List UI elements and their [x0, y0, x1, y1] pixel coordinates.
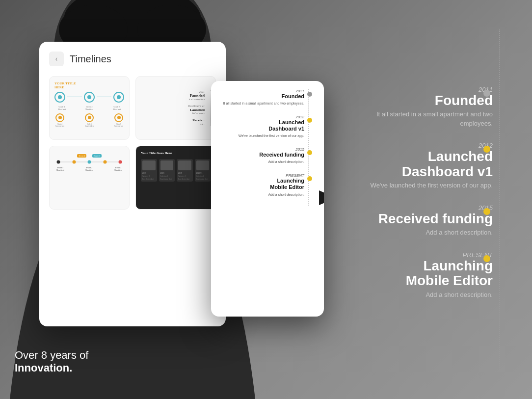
- preview-desc-3: Add a short description.: [268, 192, 304, 197]
- template-card-text[interactable]: 2011 Founded It all started in a Dashboa…: [135, 76, 216, 140]
- right-timeline-panel: 2011 Founded It all started in a small a…: [346, 0, 532, 399]
- t2-desc-3: Ad...: [141, 123, 205, 126]
- flow-node-2: [84, 92, 95, 103]
- m-label-1: Event 1Short text: [56, 166, 64, 171]
- template2-content: 2011 Founded It all started in a Dashboa…: [141, 90, 211, 126]
- m-spacer: [56, 154, 71, 158]
- right-desc-1: We've launched the first version of our …: [371, 181, 493, 190]
- right-entry-3: PRESENT LaunchingMobile Editor Add a sho…: [355, 251, 517, 300]
- t2-year-1: 2011: [141, 90, 205, 93]
- bottom-line1: Over 8 years of: [15, 349, 88, 362]
- t2-desc-1: It all started in a: [141, 98, 205, 101]
- flow-label-1: Circle 1Short text: [54, 106, 69, 110]
- preview-year-1: 2012: [295, 115, 304, 119]
- preview-heading-3: LaunchingMobile Editor: [270, 178, 304, 190]
- milestone-line: [58, 160, 120, 164]
- right-dot-3: [483, 255, 490, 262]
- dark-desc-1: Subfooter v1: [142, 175, 156, 177]
- preview-entry-2: 2015 Received funding Add a short descri…: [217, 147, 318, 164]
- t2-desc-2: We've laun...: [141, 112, 205, 114]
- dark-img-1: [142, 160, 156, 170]
- right-tl-line: [499, 29, 500, 370]
- template4-title: Your Title Goes Here: [141, 151, 211, 155]
- right-heading-2: Received funding: [378, 212, 493, 227]
- right-heading-3: LaunchingMobile Editor: [406, 259, 493, 289]
- dark-label-1: 2017: [142, 172, 156, 174]
- dark-subdesc-1: Keep this text short: [142, 178, 156, 180]
- preview-year-0: 2011: [295, 89, 304, 93]
- preview-dot-2: [307, 150, 312, 155]
- preview-year-2: 2015: [295, 147, 304, 152]
- preview-dot-0: [307, 92, 312, 97]
- flow-label-3: Circle 3Short text: [109, 106, 124, 110]
- preview-desc-0: It all started in a small apartment and …: [223, 101, 304, 106]
- dark-item-1: 2017 Subfooter v1 Keep this text short: [141, 159, 157, 182]
- timelines-panel: ‹ Timelines YOUR TITLEHERE Circle: [39, 42, 226, 326]
- dark-subdesc-2: Keep this text short: [160, 178, 174, 180]
- right-dot-2: [483, 208, 490, 215]
- template-card-flow[interactable]: YOUR TITLEHERE Circle 1Short text Circle…: [49, 76, 130, 140]
- t2-year-2: Dashboard v1: [141, 105, 205, 107]
- preview-timeline: 2011 Founded It all started in a small a…: [217, 89, 318, 206]
- template1-flow: [54, 92, 124, 103]
- dark-item-3: 2019 Subfooter v3 Keep this text short: [177, 159, 193, 182]
- dark-desc-2: Subfooter v2: [160, 175, 174, 177]
- template4-items: 2017 Subfooter v1 Keep this text short 2…: [141, 159, 211, 182]
- preview-arrow: [319, 188, 324, 210]
- flow-label-2: Circle 2Short text: [82, 106, 97, 110]
- right-desc-2: Add a short description.: [426, 228, 493, 237]
- template3-content: Event 4 Event 5: [54, 151, 124, 174]
- preview-year-3: PRESENT: [286, 173, 304, 178]
- dark-label-3: 2019: [178, 172, 191, 174]
- right-dot-1: [483, 146, 490, 153]
- preview-desc-1: We've launched the first version of our …: [239, 133, 304, 138]
- right-entry-1: 2012 LaunchedDashboard v1 We've launched…: [355, 142, 517, 190]
- preview-entry-3: PRESENT LaunchingMobile Editor Add a sho…: [217, 173, 318, 197]
- template-card-milestones[interactable]: Event 4 Event 5: [49, 146, 130, 210]
- preview-card: 2011 Founded It all started in a small a…: [211, 81, 324, 317]
- dark-item-2: 2018 Subfooter v2 Keep this text short: [159, 159, 175, 182]
- template1-title: YOUR TITLEHERE: [54, 81, 124, 90]
- svg-marker-5: [319, 190, 324, 205]
- preview-entry-0: 2011 Founded It all started in a small a…: [217, 89, 318, 106]
- preview-entry-1: 2012 LaunchedDashboard v1 We've launched…: [217, 115, 318, 138]
- dark-img-4: [196, 160, 210, 170]
- panel-header: ‹ Timelines: [49, 52, 216, 66]
- right-desc-0: It all started in a small apartment and …: [365, 110, 493, 128]
- m-label-2: Event 2Short text: [85, 166, 93, 171]
- back-button[interactable]: ‹: [49, 52, 64, 66]
- t2-heading-2: Launched: [141, 108, 205, 112]
- m-spacer2: [107, 154, 122, 158]
- dark-subdesc-3: Keep this text short: [178, 178, 191, 180]
- panel-title: Timelines: [70, 53, 111, 65]
- dark-img-2: [160, 160, 174, 170]
- flow-line-2: [97, 97, 111, 97]
- preview-heading-2: Received funding: [259, 152, 304, 158]
- m-item-2: Event 4: [77, 154, 86, 158]
- preview-dot-1: [307, 118, 312, 123]
- right-entry-0: 2011 Founded It all started in a small a…: [355, 86, 517, 128]
- dark-label-2: 2018: [160, 172, 174, 174]
- flow-bottom-1: Circle 4Some text here: [55, 113, 64, 127]
- bottom-caption: Over 8 years of Innovation.: [15, 349, 88, 374]
- preview-heading-1: LaunchedDashboard v1: [268, 119, 304, 132]
- flow-bottom-3: Circle 6Some text here: [114, 113, 123, 127]
- m-item-3: Event 5: [92, 154, 101, 158]
- dark-item-4: 2020/21 Subfooter v4 Keep this text shor…: [195, 159, 211, 182]
- bottom-line2: Innovation.: [15, 362, 88, 374]
- preview-dot-3: [307, 176, 312, 181]
- t2-heading-3: Receiv...: [141, 118, 205, 122]
- template-card-dark[interactable]: Your Title Goes Here 2017 Subfooter v1 K…: [135, 146, 216, 210]
- preview-desc-2: Add a short description.: [268, 160, 304, 164]
- flow-node-1: [54, 92, 65, 103]
- flow-node-3: [113, 92, 124, 103]
- milestone-badges-top: Event 4 Event 5: [56, 154, 122, 158]
- dark-label-4: 2020/21: [196, 172, 210, 174]
- right-desc-3: Add a short description.: [426, 291, 493, 299]
- flow-bottom-2: Circle 5Some text here: [85, 113, 94, 127]
- back-icon: ‹: [55, 54, 57, 63]
- dark-desc-4: Subfooter v4: [196, 175, 210, 177]
- dark-img-3: [178, 160, 191, 170]
- milestone-labels: Event 1Short text Event 2Short text Even…: [56, 166, 122, 171]
- t2-heading-1: Founded: [141, 94, 205, 98]
